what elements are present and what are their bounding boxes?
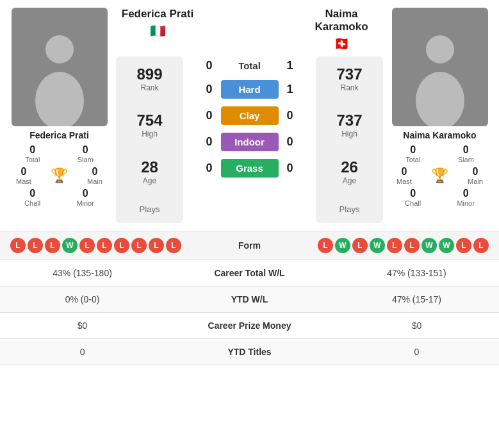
player1-slam-value: 0 (83, 144, 88, 156)
player1-plays-label: Plays (140, 204, 160, 214)
player1-slam-label: Slam (78, 156, 94, 163)
player2-column: Naima Karamoko 0 Total 0 Slam 0 (387, 8, 493, 210)
player1-mast-value: 0 (21, 166, 27, 178)
indoor-badge: Indoor (221, 133, 279, 151)
player2-total-label: Total (405, 156, 420, 163)
player2-stat-panel: 737 Rank 737 High 26 Age Plays (316, 56, 383, 223)
p1-prize: $0 (0, 313, 165, 339)
svg-point-2 (426, 35, 454, 63)
player1-form-pill: L (45, 238, 60, 253)
grass-score-p1: 0 (198, 162, 221, 175)
svg-point-0 (45, 35, 74, 63)
p1-career-wl: 43% (135-180) (0, 260, 165, 286)
form-label: Form (238, 240, 261, 251)
player1-trophy-icon: 🏆 (51, 167, 68, 184)
player1-form-pill: L (149, 238, 164, 253)
player1-form-pill: L (114, 238, 129, 253)
player2-main-label: Main (468, 178, 483, 185)
player2-chall-label: Chall (405, 199, 421, 207)
player1-header-name: Federica Prati (122, 8, 193, 21)
player1-form-pill: L (131, 238, 147, 253)
player2-form-pill: W (439, 238, 454, 253)
player1-form-pill: L (10, 238, 26, 253)
p2-ytd-wl: 47% (15-17) (334, 286, 499, 313)
player2-form-pill: L (456, 238, 471, 253)
total-score-p2: 1 (279, 59, 302, 72)
form-section: LLLWLLLLLL Form LWLWLLWWLL (0, 231, 499, 260)
player1-chall-label: Chall (24, 199, 40, 207)
player2-plays-label: Plays (339, 204, 360, 214)
player2-form-pill: W (370, 238, 385, 253)
p1-ytd-titles: 0 (0, 339, 165, 365)
player2-high-value: 737 (336, 112, 362, 129)
clay-score-p2: 0 (279, 109, 302, 122)
player2-age-label: Age (343, 176, 356, 185)
hard-score-p2: 1 (279, 83, 302, 96)
player2-form-pills: LWLWLLWWLL (318, 238, 489, 253)
player2-total-value: 0 (410, 144, 416, 156)
player1-age-value: 28 (141, 158, 158, 176)
player1-rank-value: 899 (136, 65, 162, 83)
player2-chall-value: 0 (410, 188, 416, 199)
player2-form-pill: L (387, 238, 402, 253)
indoor-score-p2: 0 (279, 135, 302, 149)
player1-avatar (12, 8, 108, 126)
player1-main-label: Main (87, 178, 102, 185)
scores-column: 0 Total 1 0 Hard 1 0 Clay 0 (186, 56, 313, 223)
career-wl-label: Career Total W/L (165, 260, 334, 286)
p1-ytd-wl: 0% (0-0) (0, 286, 165, 313)
player2-avatar (392, 8, 488, 126)
player1-total-value: 0 (29, 144, 35, 156)
player1-main-value: 0 (92, 166, 98, 178)
player2-silhouette (408, 30, 472, 126)
player1-total-label: Total (25, 156, 40, 163)
player1-rank-label: Rank (140, 83, 158, 92)
stats-table: 43% (135-180) Career Total W/L 47% (133-… (0, 260, 499, 365)
player1-mast-label: Mast (16, 178, 31, 185)
player2-rank-label: Rank (340, 83, 358, 92)
player2-rank-value: 737 (336, 65, 362, 83)
player2-form-pill: L (318, 238, 333, 253)
grass-score-p2: 0 (279, 162, 302, 175)
prize-label: Career Prize Money (165, 313, 334, 339)
total-row: 0 Total 1 (186, 59, 313, 72)
player1-form-pill: W (62, 238, 78, 253)
player1-column: Federica Prati 0 Total 0 Slam 0 (6, 8, 112, 210)
player1-flag: 🇮🇹 (150, 23, 166, 38)
player1-form-pill: L (79, 238, 95, 253)
player1-form-pills: LLLWLLLLLL (10, 238, 181, 253)
clay-row: 0 Clay 0 (186, 106, 313, 125)
indoor-score-p1: 0 (198, 135, 221, 149)
total-label: Total (221, 60, 279, 71)
player2-form-pill: L (404, 238, 420, 253)
svg-point-3 (416, 72, 464, 126)
clay-score-p1: 0 (198, 109, 221, 122)
hard-badge: Hard (221, 80, 279, 99)
hard-row: 0 Hard 1 (186, 80, 313, 99)
player1-form-pill: L (97, 238, 112, 253)
player2-minor-label: Minor (457, 199, 475, 207)
player2-form-pill: L (352, 238, 368, 253)
indoor-row: 0 Indoor 0 (186, 133, 313, 151)
player1-minor-label: Minor (76, 199, 94, 207)
player2-age-value: 26 (341, 158, 358, 176)
grass-badge: Grass (221, 159, 279, 178)
player2-main-value: 0 (473, 166, 479, 178)
middle-section: Federica Prati 🇮🇹 Naima Karamoko 🇨🇭 899 (116, 8, 383, 223)
grass-row: 0 Grass 0 (186, 159, 313, 178)
player1-age-label: Age (143, 176, 156, 185)
p2-career-wl: 47% (133-151) (334, 260, 499, 286)
player2-form-pill: W (335, 238, 350, 253)
player2-header-name: Naima Karamoko (300, 8, 383, 33)
player1-form-pill: L (28, 238, 43, 253)
player1-stat-panel: 899 Rank 754 High 28 Age Plays (116, 56, 183, 223)
total-score-p1: 0 (198, 59, 221, 72)
player2-mast-value: 0 (402, 166, 407, 178)
player1-chall-value: 0 (29, 188, 35, 199)
svg-point-1 (35, 72, 84, 126)
player2-form-pill: L (473, 238, 489, 253)
main-container: Federica Prati 0 Total 0 Slam 0 (0, 0, 499, 365)
player1-form-pill: L (166, 238, 181, 253)
p2-prize: $0 (334, 313, 499, 339)
player1-high-label: High (142, 129, 158, 138)
